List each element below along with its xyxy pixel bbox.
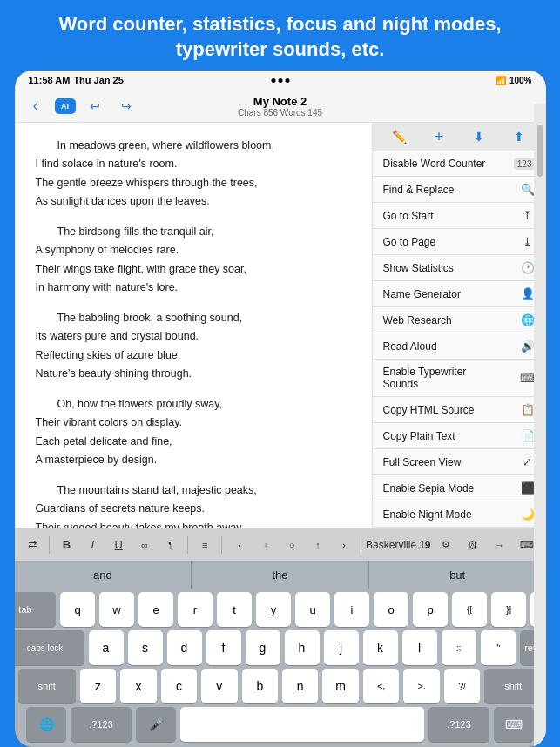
menu-label-copy-plain: Copy Plain Text	[383, 430, 455, 442]
content-paragraph: In meadows green, where wildflowers bloo…	[36, 137, 351, 211]
undo-button[interactable]: ↩	[83, 94, 107, 118]
key-f[interactable]: f	[206, 630, 241, 665]
key-a[interactable]: a	[89, 630, 124, 665]
paragraph-button[interactable]: ¶	[159, 533, 182, 557]
key-g[interactable]: g	[246, 630, 280, 665]
key-v[interactable]: v	[201, 669, 237, 703]
key-keyboard-hide[interactable]: ⌨	[494, 707, 534, 742]
key-q[interactable]: q	[60, 592, 95, 627]
status-time: 11:58 AM	[29, 75, 71, 85]
italic-button[interactable]: I	[81, 533, 104, 557]
key-d[interactable]: d	[167, 630, 202, 665]
menu-item-fullscreen[interactable]: Full Screen View ⤢	[373, 449, 546, 475]
menu-label-name-gen: Name Generator	[383, 288, 461, 300]
pencil-icon-btn[interactable]: ✏️	[385, 124, 413, 149]
formatting-bar: ⇄ B I U ∞ ¶ ≡ ‹ ↓ ○ ↑ › Baskerville 19 ⚙…	[15, 528, 546, 561]
arrow-btn[interactable]: →	[488, 533, 512, 557]
menu-item-name-gen[interactable]: Name Generator 👤	[373, 281, 546, 307]
image-btn[interactable]: 🖼	[461, 533, 485, 557]
key-r[interactable]: r	[178, 592, 213, 627]
key-e[interactable]: e	[138, 592, 173, 627]
key-s[interactable]: s	[128, 630, 163, 665]
pred-word-3[interactable]: but	[369, 561, 546, 589]
download-btn[interactable]: ⬇	[465, 124, 493, 149]
key-w[interactable]: w	[99, 592, 134, 627]
key-num1[interactable]: .?123	[71, 707, 132, 742]
key-i[interactable]: i	[334, 592, 369, 627]
pred-word-1[interactable]: and	[15, 561, 192, 589]
keyboard: tab q w e r t y u i o p {[ }] |\ caps lo…	[15, 589, 546, 747]
font-size: 19	[419, 539, 430, 551]
plus-btn[interactable]: +	[425, 124, 453, 149]
align-button[interactable]: ≡	[193, 533, 216, 557]
menu-item-word-counter[interactable]: Disable Word Counter 123	[373, 151, 546, 177]
menu-label-copy-html: Copy HTML Source	[383, 404, 475, 416]
key-x[interactable]: x	[120, 669, 156, 703]
menu-item-go-page[interactable]: Go to Page ⤓	[373, 229, 546, 255]
underline-button[interactable]: U	[107, 533, 130, 557]
key-globe[interactable]: 🌐	[26, 707, 66, 742]
key-close-brace[interactable]: }]	[491, 592, 526, 627]
pred-word-2[interactable]: the	[192, 561, 369, 589]
ai-button[interactable]: AI	[55, 98, 76, 114]
key-l[interactable]: l	[402, 630, 437, 665]
scrollbar-thumb[interactable]	[537, 124, 543, 177]
key-lt[interactable]: <,	[363, 669, 399, 703]
keyboard-bottom-row: 🌐 .?123 🎤 .?123 ⌨	[15, 703, 546, 747]
menu-item-copy-plain[interactable]: Copy Plain Text 📄	[373, 423, 546, 449]
share-btn[interactable]: ⬆	[505, 124, 533, 149]
cursor-left-btn[interactable]: ‹	[227, 533, 252, 557]
key-colon[interactable]: :;	[442, 630, 476, 665]
menu-item-web-research[interactable]: Web Research 🌐	[373, 307, 546, 333]
key-z[interactable]: z	[80, 669, 116, 703]
key-tab[interactable]: tab	[15, 592, 57, 627]
key-quote[interactable]: "'	[481, 630, 516, 665]
content-area[interactable]: In meadows green, where wildflowers bloo…	[15, 123, 372, 528]
menu-label-find-replace: Find & Replace	[383, 184, 455, 196]
cursor-right-btn[interactable]: ›	[332, 533, 356, 557]
link-button[interactable]: ∞	[133, 533, 156, 557]
menu-item-find-replace[interactable]: Find & Replace 🔍	[373, 177, 546, 203]
key-y[interactable]: y	[256, 592, 291, 627]
back-button[interactable]: ‹	[24, 94, 48, 118]
key-m[interactable]: m	[322, 669, 358, 703]
key-k[interactable]: k	[363, 630, 398, 665]
dropdown-header: ✏️ + ⬇ ⬆	[373, 123, 546, 151]
menu-item-statistics[interactable]: Show Statistics 🕐	[373, 255, 546, 281]
menu-item-go-start[interactable]: Go to Start ⤒	[373, 203, 546, 229]
key-num2[interactable]: .?123	[428, 707, 489, 742]
key-c[interactable]: c	[161, 669, 197, 703]
menu-item-read-aloud[interactable]: Read Aloud 🔊	[373, 333, 546, 360]
menu-item-night[interactable]: Enable Night Mode 🌙	[373, 501, 546, 528]
key-h[interactable]: h	[285, 630, 320, 665]
key-n[interactable]: n	[282, 669, 318, 703]
key-o[interactable]: o	[374, 592, 408, 627]
cursor-down-btn[interactable]: ↓	[253, 533, 278, 557]
key-u[interactable]: u	[295, 592, 330, 627]
device-frame: 11:58 AM Thu Jan 25 📶 100% ‹ AI ↩ ↪ My N…	[15, 71, 546, 747]
key-space[interactable]	[180, 707, 424, 742]
font-settings-btn[interactable]: ⚙	[434, 533, 458, 557]
cursor-up-btn[interactable]: ↑	[306, 533, 330, 557]
key-p[interactable]: p	[413, 592, 448, 627]
key-t[interactable]: t	[217, 592, 252, 627]
key-capslock[interactable]: caps lock	[15, 630, 84, 665]
key-b[interactable]: b	[242, 669, 278, 703]
main-area: In meadows green, where wildflowers bloo…	[15, 123, 546, 528]
format-mode-btn[interactable]: ⇄	[22, 533, 44, 557]
bold-button[interactable]: B	[55, 533, 78, 557]
menu-item-copy-html[interactable]: Copy HTML Source 📋	[373, 397, 546, 423]
cursor-circle-btn[interactable]: ○	[280, 533, 304, 557]
redo-button[interactable]: ↪	[114, 94, 138, 118]
key-shift-left[interactable]: shift	[18, 669, 76, 703]
key-open-brace[interactable]: {[	[452, 592, 487, 627]
document-title: My Note 2	[152, 95, 408, 108]
key-question[interactable]: ?/	[444, 669, 480, 703]
menu-item-typewriter[interactable]: Enable TypewriterSounds ⌨	[373, 360, 546, 397]
battery-indicator: 100%	[509, 76, 532, 85]
menu-item-sepia[interactable]: Enable Sepia Mode ⬛	[373, 475, 546, 501]
banner-text: Word counter, statistics, focus and nigh…	[58, 13, 501, 60]
key-mic[interactable]: 🎤	[136, 707, 176, 742]
key-j[interactable]: j	[324, 630, 359, 665]
key-gt[interactable]: >.	[403, 669, 439, 703]
